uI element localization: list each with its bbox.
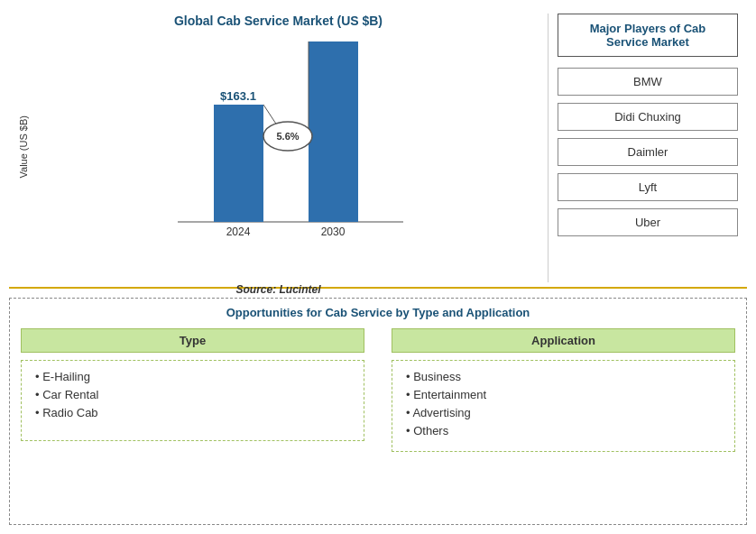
type-header: Type <box>21 328 364 353</box>
app-item-1: Entertainment <box>406 388 721 401</box>
right-panel: Major Players of Cab Service Market BMW … <box>549 9 747 287</box>
app-item-2: Advertising <box>406 406 721 419</box>
opportunities-title: Opportunities for Cab Service by Type an… <box>21 306 735 319</box>
bar-2024 <box>214 105 263 222</box>
bottom-content: Type E-Hailing Car Rental Radio Cab Appl… <box>21 328 735 452</box>
player-lyft: Lyft <box>558 173 738 201</box>
application-column: Application Business Entertainment Adver… <box>392 328 735 452</box>
chart-area: Global Cab Service Market (US $B) Value … <box>9 9 548 287</box>
app-item-3: Others <box>406 424 721 437</box>
player-bmw: BMW <box>558 68 738 96</box>
x-label-2030: 2030 <box>321 226 346 238</box>
player-didi: Didi Chuxing <box>558 103 738 131</box>
top-section: Global Cab Service Market (US $B) Value … <box>9 9 747 289</box>
type-column: Type E-Hailing Car Rental Radio Cab <box>21 328 364 452</box>
x-label-2024: 2024 <box>226 226 251 238</box>
y-axis-label: Value (US $B) <box>18 115 29 179</box>
main-container: Global Cab Service Market (US $B) Value … <box>0 0 756 534</box>
application-header: Application <box>392 328 735 353</box>
bar-chart-svg: $163.1 $226.2 2024 2030 <box>33 41 539 249</box>
bar-2030 <box>309 41 358 222</box>
players-title: Major Players of Cab Service Market <box>558 14 738 57</box>
player-uber: Uber <box>558 208 738 236</box>
type-items: E-Hailing Car Rental Radio Cab <box>21 360 364 441</box>
bar-2024-value: $163.1 <box>220 89 256 103</box>
bottom-section: Opportunities for Cab Service by Type an… <box>9 298 747 525</box>
application-items: Business Entertainment Advertising Other… <box>392 360 735 452</box>
type-item-0: E-Hailing <box>35 370 350 383</box>
chart-title: Global Cab Service Market (US $B) <box>174 14 383 28</box>
type-item-1: Car Rental <box>35 388 350 401</box>
app-item-0: Business <box>406 370 721 383</box>
type-item-2: Radio Cab <box>35 406 350 419</box>
cagr-label: 5.6% <box>276 131 299 142</box>
player-daimler: Daimler <box>558 138 738 166</box>
source-text: Source: Lucintel <box>235 283 320 296</box>
